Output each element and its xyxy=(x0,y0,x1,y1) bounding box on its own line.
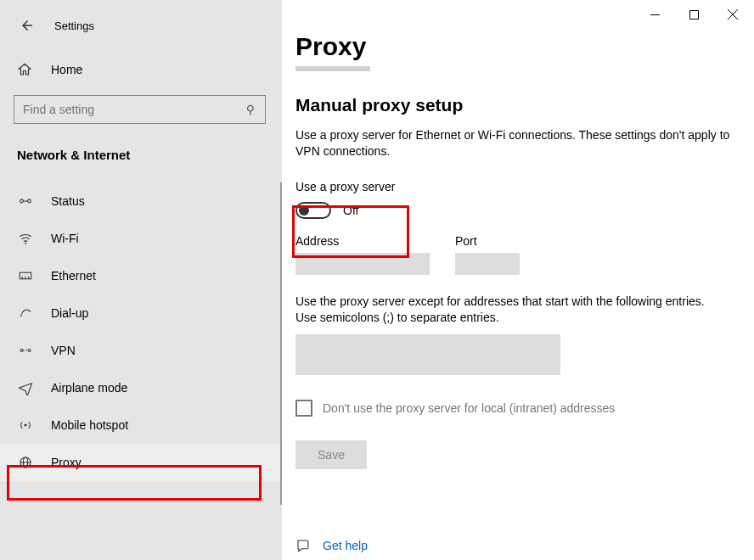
home-icon xyxy=(17,62,34,77)
page-title: Proxy xyxy=(295,32,734,61)
proxy-toggle-row: Off xyxy=(295,202,734,219)
content-panel: Proxy Manual proxy setup Use a proxy ser… xyxy=(282,0,754,560)
svg-point-1 xyxy=(28,199,31,203)
address-field-group: Address xyxy=(295,234,430,275)
close-button[interactable] xyxy=(713,2,752,27)
sidebar-home[interactable]: Home xyxy=(0,53,282,87)
arrow-left-icon xyxy=(20,18,35,33)
search-wrap: ⚲ xyxy=(0,87,282,129)
exceptions-input[interactable] xyxy=(295,334,560,375)
address-label: Address xyxy=(295,234,430,248)
sidebar-item-vpn[interactable]: VPN xyxy=(0,332,282,369)
port-input[interactable] xyxy=(455,253,520,275)
search-input[interactable] xyxy=(14,103,236,116)
ethernet-icon xyxy=(17,268,34,283)
maximize-button[interactable] xyxy=(674,2,713,27)
sidebar: Settings Home ⚲ Network & Internet Statu… xyxy=(0,0,282,560)
port-label: Port xyxy=(455,234,520,248)
search-icon: ⚲ xyxy=(236,103,265,116)
svg-line-19 xyxy=(728,9,738,20)
nav-label: Airplane mode xyxy=(51,381,127,395)
maximize-icon xyxy=(689,10,699,20)
progress-bar xyxy=(295,66,370,71)
minimize-icon xyxy=(650,10,660,20)
home-label: Home xyxy=(51,63,82,76)
hotspot-icon xyxy=(17,417,34,433)
status-icon xyxy=(17,193,34,209)
sidebar-item-wifi[interactable]: Wi-Fi xyxy=(0,220,282,257)
nav-label: Proxy xyxy=(51,456,82,469)
help-label: Get help xyxy=(323,539,368,552)
proxy-icon xyxy=(17,455,34,470)
port-field-group: Port xyxy=(455,234,520,275)
svg-point-0 xyxy=(20,199,24,203)
svg-point-11 xyxy=(28,350,31,352)
exceptions-label: Use the proxy server except for addresse… xyxy=(295,294,729,326)
toggle-state: Off xyxy=(343,204,358,217)
nav-label: Dial-up xyxy=(51,306,88,320)
sidebar-item-ethernet[interactable]: Ethernet xyxy=(0,257,282,294)
svg-point-12 xyxy=(25,424,27,427)
window-controls xyxy=(635,2,752,27)
sidebar-item-airplane[interactable]: Airplane mode xyxy=(0,369,282,406)
svg-point-8 xyxy=(20,315,22,316)
svg-point-9 xyxy=(29,311,31,312)
section-title: Network & Internet xyxy=(0,129,282,169)
help-icon xyxy=(295,538,311,553)
sidebar-item-hotspot[interactable]: Mobile hotspot xyxy=(0,406,282,444)
nav-label: Mobile hotspot xyxy=(51,418,128,432)
nav-label: Status xyxy=(51,194,85,208)
fields-row: Address Port xyxy=(295,234,734,275)
app-title: Settings xyxy=(54,20,94,32)
sidebar-item-status[interactable]: Status xyxy=(0,182,282,220)
svg-point-10 xyxy=(20,350,23,352)
settings-window: Settings Home ⚲ Network & Internet Statu… xyxy=(0,0,754,560)
get-help-link[interactable]: Get help xyxy=(295,538,368,553)
local-checkbox[interactable] xyxy=(295,400,312,417)
toggle-knob xyxy=(299,205,309,216)
section-heading: Manual proxy setup xyxy=(295,95,734,115)
svg-point-3 xyxy=(25,243,26,244)
minimize-button[interactable] xyxy=(635,2,674,27)
section-description: Use a proxy server for Ethernet or Wi-Fi… xyxy=(295,127,734,160)
svg-line-18 xyxy=(728,9,738,20)
nav-label: Ethernet xyxy=(51,269,96,283)
nav-label: Wi-Fi xyxy=(51,232,79,245)
toggle-label: Use a proxy server xyxy=(295,180,734,193)
dialup-icon xyxy=(17,305,34,321)
titlebar: Settings xyxy=(0,7,282,53)
save-button[interactable]: Save xyxy=(295,440,367,469)
address-input[interactable] xyxy=(295,253,430,275)
local-checkbox-label: Don't use the proxy server for local (in… xyxy=(323,401,615,415)
vpn-icon xyxy=(17,343,34,358)
local-checkbox-row: Don't use the proxy server for local (in… xyxy=(295,400,734,417)
nav-list: Status Wi-Fi Ethernet Dial-up xyxy=(0,182,282,481)
close-icon xyxy=(728,9,738,20)
svg-rect-17 xyxy=(689,10,698,19)
back-button[interactable] xyxy=(12,10,42,41)
sidebar-item-dialup[interactable]: Dial-up xyxy=(0,294,282,332)
airplane-icon xyxy=(17,380,34,395)
sidebar-item-proxy[interactable]: Proxy xyxy=(0,444,282,481)
wifi-icon xyxy=(17,231,34,246)
proxy-toggle[interactable] xyxy=(295,202,331,219)
nav-label: VPN xyxy=(51,344,76,357)
search-box[interactable]: ⚲ xyxy=(14,95,266,124)
